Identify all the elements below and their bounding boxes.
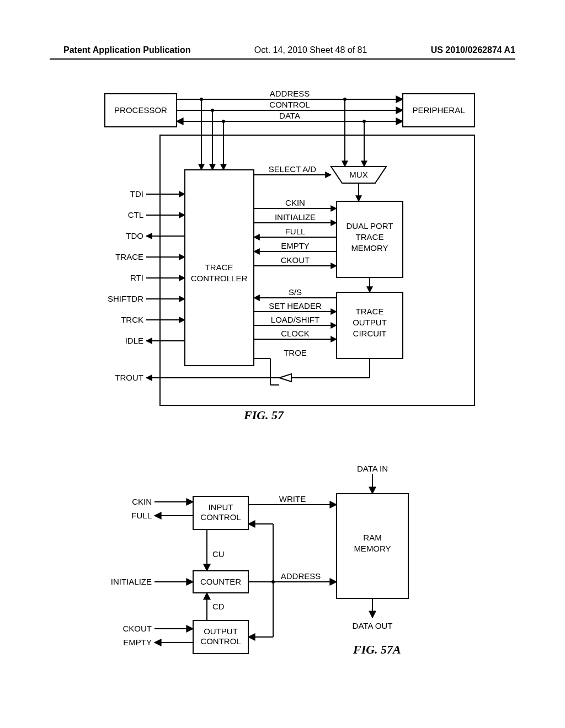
svg-text:MEMORY: MEMORY: [354, 544, 391, 553]
svg-text:S/S: S/S: [289, 287, 302, 297]
svg-text:FULL: FULL: [285, 227, 306, 236]
header-right: US 2010/0262874 A1: [431, 45, 515, 55]
svg-text:CONTROL: CONTROL: [200, 512, 241, 522]
tout-l2: OUTPUT: [353, 318, 387, 327]
svg-text:TRCK: TRCK: [121, 315, 143, 324]
bus-address: ADDRESS: [270, 89, 310, 98]
svg-text:CKIN: CKIN: [285, 198, 305, 207]
svg-text:CKOUT: CKOUT: [281, 255, 310, 265]
svg-text:DATA IN: DATA IN: [357, 464, 388, 473]
svg-text:CONTROL: CONTROL: [200, 636, 241, 646]
bus-data: DATA: [279, 111, 300, 120]
svg-text:INITIALIZE: INITIALIZE: [275, 212, 316, 222]
svg-text:TRACE: TRACE: [115, 252, 143, 261]
svg-text:TROUT: TROUT: [115, 373, 143, 382]
svg-text:WRITE: WRITE: [279, 494, 306, 504]
fig-57a: INPUT CONTROL COUNTER OUTPUT CONTROL RAM…: [110, 463, 452, 662]
svg-text:CTL: CTL: [128, 210, 143, 220]
tout-l1: TRACE: [356, 307, 384, 316]
svg-text:LOAD/SHIFT: LOAD/SHIFT: [271, 315, 319, 324]
mux-label: MUX: [349, 170, 367, 179]
svg-text:INPUT: INPUT: [209, 502, 233, 512]
svg-text:DATA OUT: DATA OUT: [353, 621, 393, 630]
svg-text:INITIALIZE: INITIALIZE: [111, 577, 152, 586]
svg-text:TDO: TDO: [126, 231, 143, 240]
svg-text:FULL: FULL: [131, 511, 152, 520]
svg-text:CD: CD: [212, 602, 225, 611]
svg-text:EMPTY: EMPTY: [281, 241, 310, 250]
svg-text:CKIN: CKIN: [132, 497, 152, 506]
svg-text:COUNTER: COUNTER: [200, 577, 241, 586]
svg-text:RAM: RAM: [363, 533, 381, 542]
svg-text:SET HEADER: SET HEADER: [269, 301, 322, 311]
svg-text:CLOCK: CLOCK: [281, 329, 310, 338]
left-ports: TDI CTL TDO TRACE RTI SHIFTDR TRCK IDLE …: [108, 189, 185, 382]
svg-text:CKOUT: CKOUT: [123, 624, 152, 633]
processor-label: PROCESSOR: [114, 105, 167, 115]
fig-57a-label: FIG. 57A: [353, 643, 401, 657]
header-center: Oct. 14, 2010 Sheet 48 of 81: [254, 45, 367, 55]
svg-marker-65: [279, 374, 291, 382]
page-header: Patent Application Publication Oct. 14, …: [0, 45, 565, 55]
svg-text:SELECT A/D: SELECT A/D: [269, 164, 317, 174]
svg-text:OUTPUT: OUTPUT: [204, 627, 238, 636]
fig-57-label: FIG. 57: [244, 408, 284, 422]
tmem-l3: MEMORY: [351, 243, 388, 253]
peripheral-label: PERIPHERAL: [412, 105, 465, 115]
svg-text:TROE: TROE: [284, 348, 307, 357]
header-rule: [50, 58, 515, 60]
svg-text:IDLE: IDLE: [125, 336, 143, 345]
bus-control: CONTROL: [269, 100, 310, 109]
svg-text:TDI: TDI: [130, 189, 143, 199]
svg-text:CU: CU: [212, 549, 225, 559]
trace-controller-l1: TRACE: [205, 263, 233, 272]
fig-57: PROCESSOR PERIPHERAL ADDRESS CONTROL DAT…: [94, 83, 491, 425]
svg-text:EMPTY: EMPTY: [123, 638, 152, 647]
tout-l3: CIRCUIT: [353, 329, 387, 338]
trace-controller-l2: CONTROLLER: [191, 274, 248, 283]
svg-text:ADDRESS: ADDRESS: [281, 571, 321, 581]
header-left: Patent Application Publication: [63, 45, 191, 55]
svg-text:RTI: RTI: [130, 273, 143, 282]
svg-text:SHIFTDR: SHIFTDR: [108, 294, 143, 303]
tmem-l1: DUAL PORT: [346, 221, 393, 231]
tmem-l2: TRACE: [356, 232, 384, 242]
